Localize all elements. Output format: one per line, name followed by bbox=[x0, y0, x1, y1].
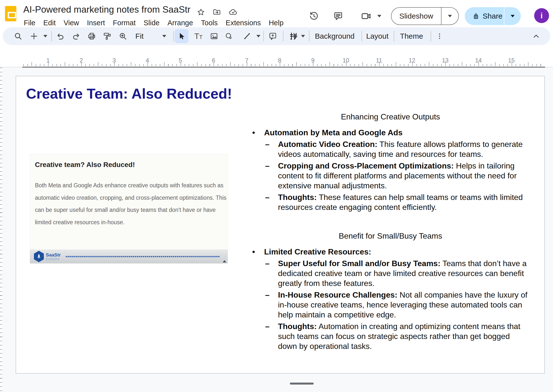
chevron-down-icon bbox=[448, 15, 452, 17]
saastr-logo-icon bbox=[34, 251, 44, 262]
paint-format-icon[interactable] bbox=[100, 29, 114, 43]
toolbar-divider bbox=[51, 31, 52, 41]
toolbar-divider bbox=[283, 31, 283, 41]
menu-view[interactable]: View bbox=[60, 18, 83, 28]
camera-dropdown-icon[interactable] bbox=[373, 10, 386, 22]
notes-text-box[interactable]: Enhancing Creative Outputs Automation by… bbox=[250, 112, 531, 351]
zoom-select[interactable]: Fit bbox=[135, 32, 143, 40]
image-corner-mark bbox=[223, 260, 226, 262]
version-history-icon[interactable] bbox=[308, 10, 320, 22]
input-tools-dropdown-icon[interactable] bbox=[301, 35, 305, 37]
slideshow-button[interactable]: Slideshow bbox=[391, 7, 459, 25]
app-header: AI-Powered marketing notes from SaaStr F… bbox=[0, 0, 553, 27]
ruler-baseline-right bbox=[545, 67, 553, 67]
screenshot-body: Both Meta and Google Ads enhance creativ… bbox=[35, 182, 223, 231]
toolbar-divider bbox=[361, 31, 362, 41]
slideshow-dropdown[interactable] bbox=[442, 15, 458, 17]
menubar: File Edit View Insert Format Slide Arran… bbox=[20, 18, 287, 28]
google-slides-logo[interactable] bbox=[5, 6, 16, 21]
sub-bullet-lead: Super Useful for Small and/or Busy Teams… bbox=[278, 259, 441, 268]
menu-extensions[interactable]: Extensions bbox=[222, 18, 265, 28]
menu-insert[interactable]: Insert bbox=[83, 18, 109, 28]
more-icon[interactable] bbox=[433, 29, 446, 43]
background-button[interactable]: Background bbox=[315, 32, 355, 40]
ruler-minor-ticks bbox=[23, 64, 544, 66]
menu-format[interactable]: Format bbox=[109, 18, 140, 28]
insert-shape-icon[interactable] bbox=[222, 29, 236, 43]
lock-icon bbox=[472, 12, 480, 20]
zoom-in-icon[interactable] bbox=[116, 29, 130, 43]
sub-bullet-item: Thoughts: These features can help small … bbox=[264, 192, 531, 212]
insert-comment-icon[interactable] bbox=[266, 29, 280, 43]
bullet-item: Automation by Meta and Google Ads bbox=[250, 128, 531, 138]
menu-edit[interactable]: Edit bbox=[39, 18, 60, 28]
screenshot-body-line: Both Meta and Google Ads enhance creativ… bbox=[35, 182, 223, 195]
menu-slide[interactable]: Slide bbox=[139, 18, 164, 28]
comments-icon[interactable] bbox=[332, 10, 344, 22]
toolbar: Fit TT Background Layout Theme bbox=[3, 27, 550, 45]
menu-file[interactable]: File bbox=[20, 18, 39, 28]
toolbar-divider bbox=[309, 31, 309, 41]
meet-camera-icon[interactable] bbox=[360, 10, 372, 22]
new-slide-plus-icon[interactable] bbox=[27, 29, 41, 43]
sub-bullet-item: Thoughts: Automation in creating and opt… bbox=[264, 321, 531, 351]
notes-section-1: Enhancing Creative Outputs Automation by… bbox=[250, 112, 531, 212]
avatar[interactable]: i bbox=[534, 8, 549, 23]
layout-button[interactable]: Layout bbox=[366, 32, 388, 40]
print-icon[interactable] bbox=[85, 29, 99, 43]
sub-bullet-lead: Automatic Video Creation: bbox=[278, 140, 377, 149]
share-dropdown[interactable] bbox=[504, 15, 521, 17]
menu-tools[interactable]: Tools bbox=[197, 18, 222, 28]
slide-title[interactable]: Creative Team: Also Reduced! bbox=[26, 85, 232, 102]
zoom-dropdown-icon[interactable] bbox=[162, 35, 166, 37]
select-cursor-icon[interactable] bbox=[175, 29, 189, 43]
vertical-ruler bbox=[0, 68, 2, 392]
slideshow-label: Slideshow bbox=[391, 12, 441, 20]
saastr-logo-text: SaaStr EUROPA bbox=[46, 252, 61, 261]
sub-bullet-lead: In-House Resource Challenges: bbox=[278, 290, 397, 299]
sub-bullet-item: Automatic Video Creation: This feature a… bbox=[264, 139, 531, 159]
star-icon[interactable] bbox=[196, 7, 206, 17]
input-tools-icon[interactable] bbox=[286, 29, 300, 43]
undo-icon[interactable] bbox=[54, 29, 67, 43]
screenshot-footer: SaaStr EUROPA bbox=[30, 250, 228, 263]
section-heading: Benefit for Small/Busy Teams bbox=[250, 231, 531, 241]
section-heading: Enhancing Creative Outputs bbox=[250, 112, 531, 122]
toolbar-divider bbox=[263, 31, 264, 41]
wavy-line bbox=[66, 256, 220, 257]
screenshot-body-line: automatic video creation, cropping, and … bbox=[35, 195, 223, 207]
insert-line-icon[interactable] bbox=[240, 29, 254, 43]
editor-canvas[interactable]: Creative Team: Also Reduced! Creative te… bbox=[0, 68, 553, 392]
search-icon[interactable] bbox=[11, 29, 25, 43]
toolbar-divider bbox=[394, 31, 394, 41]
menu-arrange[interactable]: Arrange bbox=[164, 18, 197, 28]
insert-image-icon[interactable] bbox=[207, 29, 221, 43]
document-title[interactable]: AI-Powered marketing notes from SaaStr bbox=[23, 4, 191, 15]
screenshot-body-line: can be super useful for small and/or bus… bbox=[35, 207, 223, 219]
sub-bullet-lead: Thoughts: bbox=[278, 322, 317, 331]
new-slide-dropdown-icon[interactable] bbox=[43, 35, 47, 37]
theme-button[interactable]: Theme bbox=[400, 32, 423, 40]
speaker-notes-drag-handle[interactable] bbox=[290, 383, 314, 385]
toolbar-divider bbox=[431, 31, 431, 41]
text-box-icon[interactable]: TT bbox=[192, 29, 205, 43]
sub-bullet-item: In-House Resource Challenges: Not all co… bbox=[264, 290, 531, 320]
redo-icon[interactable] bbox=[69, 29, 83, 43]
move-folder-icon[interactable] bbox=[212, 7, 221, 17]
line-dropdown-icon[interactable] bbox=[256, 35, 260, 37]
collapse-menus-icon[interactable] bbox=[529, 29, 543, 43]
ruler-baseline-left bbox=[0, 67, 22, 67]
screenshot-heading: Creative team? Also Reduced! bbox=[35, 161, 135, 169]
share-button[interactable]: Share bbox=[465, 7, 521, 25]
screenshot-body-line: limited creative resources in-house. bbox=[35, 219, 223, 231]
share-main[interactable]: Share bbox=[465, 12, 504, 20]
slide[interactable]: Creative Team: Also Reduced! Creative te… bbox=[16, 76, 545, 374]
embedded-screenshot[interactable]: Creative team? Also Reduced! Both Meta a… bbox=[30, 154, 228, 264]
menu-help[interactable]: Help bbox=[265, 18, 288, 28]
cloud-saved-icon[interactable] bbox=[228, 7, 238, 17]
sub-bullet-lead: Thoughts: bbox=[278, 193, 317, 202]
horizontal-ruler: 1 2 3 4 5 6 7 8 9 10 11 12 13 14 15 bbox=[0, 55, 553, 68]
sub-bullet-item: Cropping and Cross-Placement Optimizatio… bbox=[264, 161, 531, 191]
saastr-logo-subtitle: EUROPA bbox=[46, 258, 61, 261]
notes-section-2: Benefit for Small/Busy Teams Limited Cre… bbox=[250, 231, 531, 351]
